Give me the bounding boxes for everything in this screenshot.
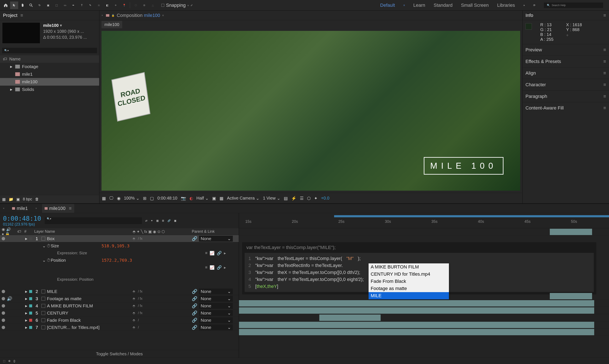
puppet-tool-icon[interactable]: 📍 [120,1,128,9]
panel-paragraph[interactable]: Paragraph≡ [523,91,609,102]
pixel-aspect-icon[interactable]: ▤ [284,196,288,201]
panel-character[interactable]: Character≡ [523,79,609,91]
snap-opt1-icon[interactable]: ⟐ [187,4,189,7]
workspace-libraries[interactable]: Libraries [497,2,515,8]
panel-content-aware-fill[interactable]: Content-Aware Fill≡ [523,102,609,114]
camera-dropdown[interactable]: Active Camera ⌄ [227,196,259,201]
project-list-header[interactable]: 🏷 Name [0,55,99,63]
roto-tool-icon[interactable]: ✧ [112,1,120,9]
fast-preview-icon[interactable]: ⚡ [291,196,296,201]
tb-icon2[interactable]: ⚙ [8,360,11,363]
timeline-footer[interactable]: Toggle Switches / Modes [0,350,239,358]
layer-row-6[interactable]: ▸ 6 Fade From Black ⬘ / 🔗 None⌄ [0,317,239,324]
tl-opt2-icon[interactable]: ✦ [151,219,153,222]
tl-opt5-icon[interactable]: 🔗 [168,219,171,222]
text-tool-icon[interactable]: T [78,1,86,9]
pen-tool-icon[interactable]: ✒ [69,1,77,9]
workspace-learn[interactable]: Learn [413,2,425,8]
shape-tool-icon[interactable]: ▭ [61,1,69,9]
tl-opt6-icon[interactable]: ▣ [174,219,176,222]
panel-preview[interactable]: Preview≡ [523,44,609,56]
workspace-standard[interactable]: Standard [434,2,452,8]
timeline-tab-mile1[interactable]: mile1 [10,204,30,213]
resolution-dropdown[interactable]: Half ⌄ [197,196,209,201]
display-icon[interactable]: 🖵 [109,196,114,201]
timeline-icon[interactable]: ☰ [300,196,304,201]
comp-icon[interactable]: ▣ [16,197,20,202]
tl-opt1-icon[interactable]: ⇄ [145,219,147,222]
timeline-search[interactable]: 🔍▾ [45,217,142,224]
project-search-input[interactable]: 🔍▾ [2,48,97,53]
layer-row-3[interactable]: 🔊 ▸ 3 Footage as matte ⬘ / fx 🔗 None⌄ [0,295,239,302]
home-icon[interactable] [2,1,10,9]
info-menu-icon[interactable]: ≡ [603,13,606,18]
tl-opt3-icon[interactable]: ▦ [156,219,159,222]
timeline-tab-menu-icon[interactable]: ≡ [69,206,72,211]
transparency-icon[interactable]: ▦ [220,196,224,201]
workspace-default[interactable]: Default [380,2,395,8]
expr-position-icons[interactable]: ≡📈🔗▸ [0,264,239,271]
project-item-mile100[interactable]: mile100 [0,78,99,86]
mesh-icon[interactable]: ⬡ [132,1,140,9]
comp-tab-menu-icon[interactable]: ≡ [162,14,164,17]
autocomplete-item[interactable]: Footage as matte [369,285,449,292]
expression-editor[interactable]: var theTextLayer = thisComp.layer("MILE"… [242,242,596,294]
tl-opt4-icon[interactable]: ⊞ [162,219,164,222]
zoom-dropdown[interactable]: 100% ⌄ [124,196,140,201]
search-help-input[interactable]: 🔍 Search Help [544,2,603,8]
pan-behind-tool-icon[interactable]: ⬚ [53,1,60,9]
prop-position[interactable]: ⌄⏱Position1572.2,769.3 [0,257,239,264]
view-dropdown[interactable]: 1 View ⌄ [263,196,280,201]
snapshot-icon[interactable]: 📷 [181,196,186,201]
project-item-footage[interactable]: ▸Footage [0,63,99,70]
panel-effects-presets[interactable]: Effects & Presets≡ [523,56,609,67]
layer-row-7[interactable]: ▸ 7 [CENTUR... for Titles.mp4] ⬘ / 🔗 Non… [0,324,239,331]
flowchart-icon[interactable]: ⬡ [307,196,311,201]
panel-align[interactable]: Align≡ [523,67,609,79]
layer-row-4[interactable]: ▸ 4 A MIKE BURTON FILM ⬘ / fx 🔗 None⌄ [0,302,239,310]
tb-icon3[interactable]: {} [13,360,15,363]
zoom-tool-icon[interactable] [27,1,35,9]
snapping-checkbox[interactable] [161,4,164,7]
close-timeline-tab-icon[interactable]: × [3,207,4,210]
project-menu-icon[interactable]: ≡ [20,13,23,18]
layer-row-2[interactable]: ▸ 2 MILE ⬘ / fx 🔗 None⌄ [0,288,239,295]
trash-icon[interactable]: 🗑 [35,197,39,201]
channel-icon[interactable]: ◐ [189,196,193,201]
tb-icon1[interactable]: ⬚ [3,360,5,363]
workspace-small-screen[interactable]: Small Screen [461,2,489,8]
autocomplete-item[interactable]: A MIKE BURTON FILM [369,263,449,271]
bpc-toggle[interactable]: 8 bpc [23,197,32,201]
current-timecode[interactable]: 0:00:48:10 [3,215,41,222]
guide-icon[interactable]: ▢ [150,196,154,201]
mag-icon[interactable]: ▦ [102,196,106,201]
lock-icon[interactable]: 🔒 [111,14,115,17]
mesh3-icon[interactable]: △ [149,1,157,9]
clone-tool-icon[interactable]: ⏍ [95,1,103,9]
workspace-overflow-icon[interactable]: » [523,4,525,7]
layer-row-5[interactable]: ▸ 5 CENTURY ⬘ / fx 🔗 None⌄ [0,310,239,317]
camera-tool-icon[interactable]: ▣ [44,1,52,9]
autocomplete-item[interactable]: CENTURY HD for Titles.mp4 [369,271,449,278]
hand-tool-icon[interactable] [19,1,27,9]
eraser-tool-icon[interactable]: ◧ [103,1,111,9]
autocomplete-item[interactable]: Fade From Black [369,278,449,285]
rotate-tool-icon[interactable]: ↻ [36,1,44,9]
exposure-value[interactable]: +0.0 [321,196,329,201]
nested-comp-tab[interactable]: mile100 [102,21,122,28]
project-item-solids[interactable]: ▸Solids [0,86,99,93]
timeline-tab-mile100[interactable]: mile100 ≡ [42,204,74,213]
folder-icon[interactable]: 📁 [9,197,13,202]
grid-icon[interactable]: ⊞ [143,196,146,201]
layer-row-1[interactable]: ▸ 1 Box ⬘ / fx 🔗 None⌄ [0,235,239,242]
viewer-timecode[interactable]: 0:00:48:10 [157,196,177,201]
sync-icon[interactable]: ⟳ [533,4,535,7]
project-item-mile1[interactable]: mile1 [0,70,99,78]
mesh2-icon[interactable]: ⬢ [140,1,148,9]
workspace-menu-icon[interactable]: ≡ [403,4,405,7]
close-tab-icon[interactable]: × [102,14,103,17]
interpret-icon[interactable]: ▦ [2,197,6,202]
roi-icon[interactable]: ▣ [212,196,216,201]
mask-icon[interactable]: ◉ [117,196,120,201]
time-ruler[interactable]: 15s20s25s30s35s40s45s50s [239,213,609,228]
